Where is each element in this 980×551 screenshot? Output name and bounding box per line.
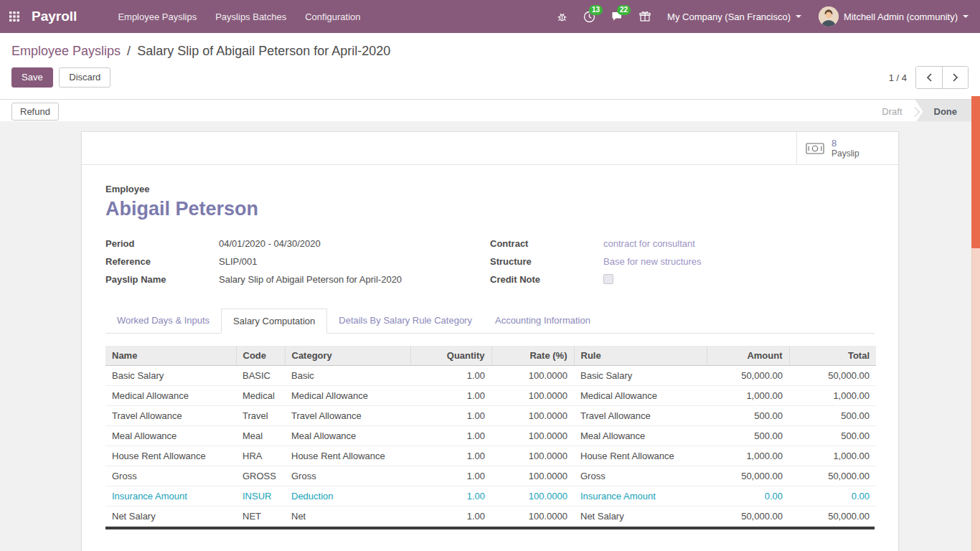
table-row[interactable]: Meal AllowanceMealMeal Allowance1.00100.… <box>105 426 876 446</box>
cell-rate[interactable]: 100.0000 <box>491 486 574 507</box>
breadcrumb-parent-link[interactable]: Employee Payslips <box>11 44 121 58</box>
cell-name[interactable]: Medical Allowance <box>105 386 236 406</box>
cell-total[interactable]: 1,000.00 <box>789 446 876 466</box>
pager-next-button[interactable] <box>942 67 968 88</box>
cell-total[interactable]: 50,000.00 <box>789 507 876 527</box>
table-row[interactable]: Net SalaryNETNet1.00100.0000Net Salary50… <box>105 507 876 527</box>
cell-rate[interactable]: 100.0000 <box>491 507 574 527</box>
field-value-structure-link[interactable]: Base for new structures <box>603 256 702 267</box>
cell-total[interactable]: 0.00 <box>789 486 876 507</box>
app-name[interactable]: Payroll <box>29 0 85 33</box>
column-header-total[interactable]: Total <box>789 346 876 366</box>
cell-name[interactable]: Travel Allowance <box>105 406 236 426</box>
credit-note-checkbox[interactable] <box>603 274 613 284</box>
column-header-quantity[interactable]: Quantity <box>410 346 491 366</box>
cell-category[interactable]: Medical Allowance <box>285 386 410 406</box>
cell-quantity[interactable]: 1.00 <box>410 426 491 446</box>
cell-name[interactable]: House Rent Allowance <box>105 446 236 466</box>
cell-amount[interactable]: 50,000.00 <box>707 366 789 386</box>
cell-rate[interactable]: 100.0000 <box>491 426 574 446</box>
cell-amount[interactable]: 0.00 <box>707 486 789 507</box>
table-row[interactable]: Travel AllowanceTravelTravel Allowance1.… <box>105 406 876 426</box>
cell-category[interactable]: Meal Allowance <box>285 426 410 446</box>
cell-category[interactable]: Net <box>285 507 410 527</box>
cell-amount[interactable]: 500.00 <box>707 406 789 426</box>
table-row[interactable]: Insurance AmountINSURDeduction1.00100.00… <box>105 486 876 507</box>
pager-previous-button[interactable] <box>916 67 942 88</box>
save-button[interactable]: Save <box>11 67 53 88</box>
cell-amount[interactable]: 1,000.00 <box>707 386 789 406</box>
cell-name[interactable]: Gross <box>105 466 236 486</box>
cell-total[interactable]: 1,000.00 <box>789 386 876 406</box>
company-switcher[interactable]: My Company (San Francisco) <box>659 0 810 33</box>
cell-rate[interactable]: 100.0000 <box>491 406 574 426</box>
cell-quantity[interactable]: 1.00 <box>410 386 491 406</box>
cell-total[interactable]: 500.00 <box>789 426 876 446</box>
user-menu[interactable]: Mitchell Admin (community) <box>810 0 980 33</box>
column-header-rule[interactable]: Rule <box>574 346 707 366</box>
activities-icon[interactable]: 13 <box>575 0 603 33</box>
table-row[interactable]: House Rent AllowanceHRAHouse Rent Allowa… <box>105 446 876 466</box>
cell-code[interactable]: BASIC <box>236 366 285 386</box>
vertical-scrollbar[interactable] <box>971 96 980 551</box>
cell-rate[interactable]: 100.0000 <box>491 366 574 386</box>
payslip-stat-button[interactable]: 8 Payslip <box>796 132 898 164</box>
cell-rule[interactable]: Net Salary <box>574 507 707 527</box>
tab-salary-computation[interactable]: Salary Computation <box>221 309 327 334</box>
tab-worked-days-inputs[interactable]: Worked Days & Inputs <box>105 309 221 334</box>
cell-quantity[interactable]: 1.00 <box>410 446 491 466</box>
navbar-menu-employee-payslips[interactable]: Employee Payslips <box>108 0 206 33</box>
cell-rule[interactable]: Meal Allowance <box>574 426 707 446</box>
navbar-menu-payslips-batches[interactable]: Payslips Batches <box>206 0 296 33</box>
cell-code[interactable]: Meal <box>236 426 285 446</box>
column-header-category[interactable]: Category <box>285 346 410 366</box>
gift-icon[interactable] <box>631 0 659 33</box>
cell-amount[interactable]: 500.00 <box>707 426 789 446</box>
cell-rule[interactable]: Medical Allowance <box>574 386 707 406</box>
cell-amount[interactable]: 1,000.00 <box>707 446 789 466</box>
cell-rate[interactable]: 100.0000 <box>491 386 574 406</box>
table-row[interactable]: Basic SalaryBASICBasic1.00100.0000Basic … <box>105 366 876 386</box>
status-done[interactable]: Done <box>915 100 972 123</box>
cell-rule[interactable]: House Rent Allowance <box>574 446 707 466</box>
column-header-code[interactable]: Code <box>236 346 285 366</box>
cell-quantity[interactable]: 1.00 <box>410 366 491 386</box>
cell-quantity[interactable]: 1.00 <box>410 486 491 507</box>
cell-code[interactable]: HRA <box>236 446 285 466</box>
cell-code[interactable]: INSUR <box>236 486 285 507</box>
table-row[interactable]: Medical AllowanceMedicalMedical Allowanc… <box>105 386 876 406</box>
cell-rule[interactable]: Travel Allowance <box>574 406 707 426</box>
debug-icon[interactable] <box>549 0 575 33</box>
tab-accounting-information[interactable]: Accounting Information <box>484 309 602 334</box>
cell-rule[interactable]: Insurance Amount <box>574 486 707 507</box>
cell-rate[interactable]: 100.0000 <box>491 446 574 466</box>
cell-total[interactable]: 50,000.00 <box>789 466 876 486</box>
status-draft[interactable]: Draft <box>869 100 915 123</box>
cell-code[interactable]: NET <box>236 507 285 527</box>
cell-code[interactable]: GROSS <box>236 466 285 486</box>
cell-amount[interactable]: 50,000.00 <box>707 466 789 486</box>
employee-name[interactable]: Abigail Peterson <box>105 198 875 220</box>
cell-category[interactable]: House Rent Allowance <box>285 446 410 466</box>
column-header-name[interactable]: Name <box>105 346 236 366</box>
cell-total[interactable]: 50,000.00 <box>789 366 876 386</box>
cell-quantity[interactable]: 1.00 <box>410 466 491 486</box>
cell-category[interactable]: Deduction <box>285 486 410 507</box>
field-value-payslip-name[interactable]: Salary Slip of Abigail Peterson for Apri… <box>219 274 402 285</box>
cell-amount[interactable]: 50,000.00 <box>707 507 789 527</box>
cell-name[interactable]: Insurance Amount <box>105 486 236 507</box>
cell-category[interactable]: Travel Allowance <box>285 406 410 426</box>
cell-rule[interactable]: Gross <box>574 466 707 486</box>
apps-menu-icon[interactable] <box>0 0 29 33</box>
cell-code[interactable]: Medical <box>236 386 285 406</box>
cell-code[interactable]: Travel <box>236 406 285 426</box>
cell-name[interactable]: Basic Salary <box>105 366 236 386</box>
cell-total[interactable]: 500.00 <box>789 406 876 426</box>
table-row[interactable]: GrossGROSSGross1.00100.0000Gross50,000.0… <box>105 466 876 486</box>
tab-details-by-salary-rule-category[interactable]: Details By Salary Rule Category <box>327 309 484 334</box>
cell-category[interactable]: Gross <box>285 466 410 486</box>
cell-rule[interactable]: Basic Salary <box>574 366 707 386</box>
field-value-period[interactable]: 04/01/2020 - 04/30/2020 <box>219 238 321 249</box>
cell-name[interactable]: Meal Allowance <box>105 426 236 446</box>
field-value-contract-link[interactable]: contract for consultant <box>603 238 695 249</box>
